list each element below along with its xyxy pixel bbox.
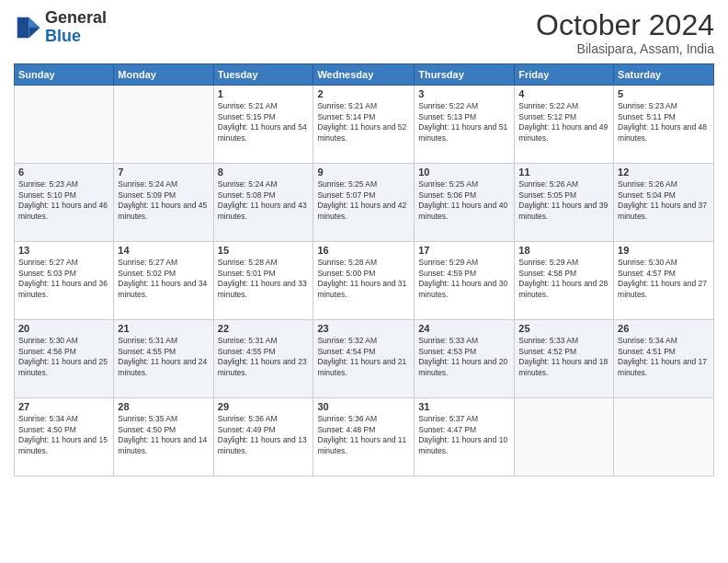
calendar-table: SundayMondayTuesdayWednesdayThursdayFrid… — [14, 63, 714, 477]
header: General Blue October 2024 Bilasipara, As… — [14, 9, 714, 56]
day-info: Sunrise: 5:25 AMSunset: 5:07 PMDaylight:… — [317, 179, 410, 222]
calendar-header-wednesday: Wednesday — [313, 64, 415, 86]
day-info: Sunrise: 5:31 AMSunset: 4:55 PMDaylight:… — [218, 336, 310, 378]
calendar-cell: 15Sunrise: 5:28 AMSunset: 5:01 PMDayligh… — [213, 242, 313, 320]
month-title: October 2024 — [536, 9, 714, 41]
day-number: 7 — [118, 167, 209, 178]
calendar-cell: 19Sunrise: 5:30 AMSunset: 4:57 PMDayligh… — [614, 242, 714, 320]
calendar-cell: 7Sunrise: 5:24 AMSunset: 5:09 PMDaylight… — [114, 164, 213, 242]
day-info: Sunrise: 5:23 AMSunset: 5:11 PMDaylight:… — [618, 101, 710, 144]
day-info: Sunrise: 5:30 AMSunset: 4:57 PMDaylight:… — [618, 258, 710, 300]
calendar-cell: 17Sunrise: 5:29 AMSunset: 4:59 PMDayligh… — [415, 242, 515, 320]
calendar-header-monday: Monday — [114, 64, 213, 86]
calendar-header-tuesday: Tuesday — [213, 64, 313, 86]
day-info: Sunrise: 5:29 AMSunset: 4:59 PMDaylight:… — [418, 258, 510, 300]
day-number: 6 — [18, 167, 109, 178]
calendar-week-row: 1Sunrise: 5:21 AMSunset: 5:15 PMDaylight… — [15, 86, 714, 164]
calendar-cell — [15, 86, 114, 164]
day-number: 20 — [18, 323, 109, 334]
day-info: Sunrise: 5:30 AMSunset: 4:56 PMDaylight:… — [18, 336, 109, 378]
day-number: 5 — [618, 88, 710, 99]
calendar-cell: 9Sunrise: 5:25 AMSunset: 5:07 PMDaylight… — [313, 164, 415, 242]
day-info: Sunrise: 5:35 AMSunset: 4:50 PMDaylight:… — [118, 414, 209, 456]
day-info: Sunrise: 5:24 AMSunset: 5:08 PMDaylight:… — [218, 179, 310, 222]
day-info: Sunrise: 5:24 AMSunset: 5:09 PMDaylight:… — [118, 179, 209, 222]
calendar-cell: 6Sunrise: 5:23 AMSunset: 5:10 PMDaylight… — [15, 164, 114, 242]
calendar-cell: 8Sunrise: 5:24 AMSunset: 5:08 PMDaylight… — [213, 164, 313, 242]
calendar-cell: 25Sunrise: 5:33 AMSunset: 4:52 PMDayligh… — [515, 320, 614, 398]
svg-rect-2 — [17, 17, 29, 39]
location: Bilasipara, Assam, India — [536, 41, 714, 56]
day-info: Sunrise: 5:23 AMSunset: 5:10 PMDaylight:… — [18, 179, 109, 222]
calendar-cell: 31Sunrise: 5:37 AMSunset: 4:47 PMDayligh… — [415, 398, 515, 477]
day-info: Sunrise: 5:26 AMSunset: 5:05 PMDaylight:… — [518, 179, 609, 222]
day-number: 10 — [418, 167, 510, 178]
day-number: 8 — [218, 167, 310, 178]
day-info: Sunrise: 5:25 AMSunset: 5:06 PMDaylight:… — [418, 179, 510, 222]
day-number: 24 — [418, 323, 510, 334]
calendar-header-friday: Friday — [515, 64, 614, 86]
calendar-cell: 29Sunrise: 5:36 AMSunset: 4:49 PMDayligh… — [213, 398, 313, 477]
calendar-cell: 14Sunrise: 5:27 AMSunset: 5:02 PMDayligh… — [114, 242, 213, 320]
calendar-cell: 18Sunrise: 5:29 AMSunset: 4:58 PMDayligh… — [515, 242, 614, 320]
day-info: Sunrise: 5:32 AMSunset: 4:54 PMDaylight:… — [317, 336, 410, 378]
day-number: 4 — [518, 88, 609, 99]
day-number: 31 — [418, 401, 510, 412]
calendar-header-saturday: Saturday — [614, 64, 714, 86]
day-number: 3 — [418, 88, 510, 99]
title-block: October 2024 Bilasipara, Assam, India — [536, 9, 714, 56]
calendar-cell: 16Sunrise: 5:28 AMSunset: 5:00 PMDayligh… — [313, 242, 415, 320]
calendar-cell — [114, 86, 213, 164]
day-info: Sunrise: 5:34 AMSunset: 4:50 PMDaylight:… — [18, 414, 109, 456]
logo-icon — [14, 14, 41, 41]
page: General Blue October 2024 Bilasipara, As… — [0, 0, 728, 563]
calendar-cell: 5Sunrise: 5:23 AMSunset: 5:11 PMDaylight… — [614, 86, 714, 164]
calendar-cell: 28Sunrise: 5:35 AMSunset: 4:50 PMDayligh… — [114, 398, 213, 477]
day-info: Sunrise: 5:28 AMSunset: 5:00 PMDaylight:… — [317, 258, 410, 300]
calendar-header-sunday: Sunday — [15, 64, 114, 86]
day-info: Sunrise: 5:31 AMSunset: 4:55 PMDaylight:… — [118, 336, 209, 378]
day-info: Sunrise: 5:36 AMSunset: 4:48 PMDaylight:… — [317, 414, 410, 456]
svg-marker-0 — [29, 17, 40, 28]
calendar-header-row: SundayMondayTuesdayWednesdayThursdayFrid… — [15, 64, 714, 86]
day-number: 22 — [218, 323, 310, 334]
day-number: 11 — [518, 167, 609, 178]
day-number: 1 — [218, 88, 310, 99]
day-number: 29 — [218, 401, 310, 412]
day-number: 26 — [618, 323, 710, 334]
day-info: Sunrise: 5:27 AMSunset: 5:03 PMDaylight:… — [18, 258, 109, 300]
calendar-cell: 22Sunrise: 5:31 AMSunset: 4:55 PMDayligh… — [213, 320, 313, 398]
calendar-cell: 10Sunrise: 5:25 AMSunset: 5:06 PMDayligh… — [415, 164, 515, 242]
calendar-cell: 24Sunrise: 5:33 AMSunset: 4:53 PMDayligh… — [415, 320, 515, 398]
day-number: 28 — [118, 401, 209, 412]
day-number: 27 — [18, 401, 109, 412]
calendar-cell — [515, 398, 614, 477]
day-number: 13 — [18, 245, 109, 256]
calendar-cell: 20Sunrise: 5:30 AMSunset: 4:56 PMDayligh… — [15, 320, 114, 398]
logo-blue: Blue — [45, 28, 107, 46]
day-info: Sunrise: 5:33 AMSunset: 4:53 PMDaylight:… — [418, 336, 510, 378]
calendar-cell: 21Sunrise: 5:31 AMSunset: 4:55 PMDayligh… — [114, 320, 213, 398]
calendar-cell: 27Sunrise: 5:34 AMSunset: 4:50 PMDayligh… — [15, 398, 114, 477]
day-info: Sunrise: 5:34 AMSunset: 4:51 PMDaylight:… — [618, 336, 710, 378]
calendar-cell: 12Sunrise: 5:26 AMSunset: 5:04 PMDayligh… — [614, 164, 714, 242]
calendar-week-row: 6Sunrise: 5:23 AMSunset: 5:10 PMDaylight… — [15, 164, 714, 242]
calendar-cell: 11Sunrise: 5:26 AMSunset: 5:05 PMDayligh… — [515, 164, 614, 242]
day-number: 21 — [118, 323, 209, 334]
day-info: Sunrise: 5:33 AMSunset: 4:52 PMDaylight:… — [518, 336, 609, 378]
day-number: 14 — [118, 245, 209, 256]
day-info: Sunrise: 5:21 AMSunset: 5:15 PMDaylight:… — [218, 101, 310, 144]
calendar-week-row: 27Sunrise: 5:34 AMSunset: 4:50 PMDayligh… — [15, 398, 714, 477]
calendar-cell: 23Sunrise: 5:32 AMSunset: 4:54 PMDayligh… — [313, 320, 415, 398]
day-info: Sunrise: 5:26 AMSunset: 5:04 PMDaylight:… — [618, 179, 710, 222]
logo: General Blue — [14, 9, 107, 46]
day-info: Sunrise: 5:21 AMSunset: 5:14 PMDaylight:… — [317, 101, 410, 144]
calendar-cell: 2Sunrise: 5:21 AMSunset: 5:14 PMDaylight… — [313, 86, 415, 164]
day-number: 23 — [317, 323, 410, 334]
day-number: 12 — [618, 167, 710, 178]
day-info: Sunrise: 5:29 AMSunset: 4:58 PMDaylight:… — [518, 258, 609, 300]
calendar-header-thursday: Thursday — [415, 64, 515, 86]
calendar-cell — [614, 398, 714, 477]
svg-marker-1 — [29, 28, 40, 38]
day-info: Sunrise: 5:37 AMSunset: 4:47 PMDaylight:… — [418, 414, 510, 456]
